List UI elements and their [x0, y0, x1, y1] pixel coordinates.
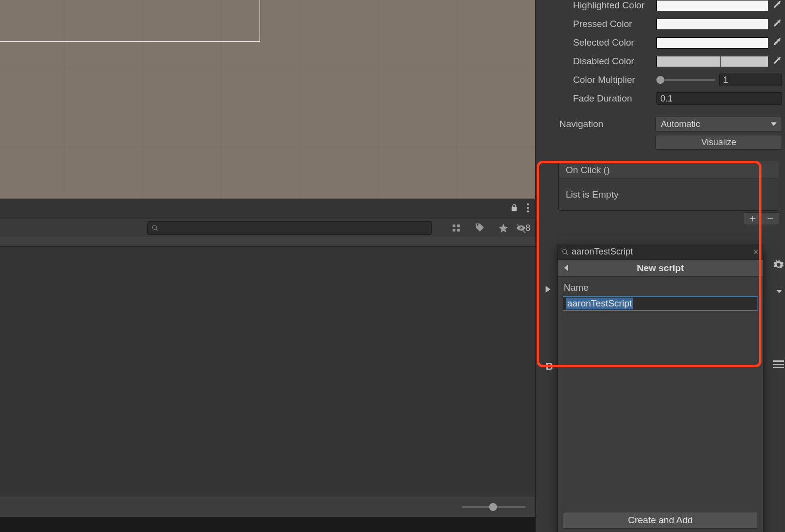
popup-spacer — [558, 316, 763, 512]
inspector-panel: Highlighted Color Pressed Color Selected… — [535, 0, 785, 532]
search-icon — [152, 225, 158, 231]
create-and-add-button[interactable]: Create and Add — [563, 512, 758, 529]
kebab-menu-icon[interactable] — [526, 203, 529, 216]
color-multiplier-slider[interactable] — [656, 79, 715, 81]
project-panel-topbar — [0, 199, 535, 219]
favorite-icon[interactable] — [492, 221, 515, 235]
thumbnail-size-slider[interactable] — [462, 506, 525, 508]
lock-icon[interactable] — [510, 203, 519, 215]
navigation-dropdown[interactable]: Automatic — [655, 117, 782, 131]
statusbar — [0, 517, 535, 532]
gear-icon[interactable] — [773, 259, 784, 270]
color-multiplier-row: Color Multiplier 1 — [536, 71, 785, 89]
back-icon[interactable] — [562, 263, 572, 273]
add-component-popup: aaronTestScript New script Name aaronTes… — [557, 244, 763, 532]
disabled-color-row: Disabled Color — [536, 52, 785, 71]
onclick-header: On Click () — [559, 161, 779, 179]
filter-by-type-icon[interactable] — [445, 221, 468, 235]
color-multiplier-label: Color Multiplier — [573, 75, 656, 85]
project-content[interactable] — [0, 247, 535, 497]
drag-handle-icon[interactable] — [773, 360, 784, 368]
project-bottom-bar — [0, 497, 535, 517]
onclick-empty-label: List is Empty — [559, 179, 779, 210]
eyedropper-icon[interactable] — [772, 37, 782, 49]
project-subheader — [0, 237, 535, 247]
eyedropper-icon[interactable] — [772, 55, 782, 68]
popup-title: New script — [637, 263, 684, 274]
highlighted-color-swatch[interactable] — [656, 0, 768, 11]
scene-selection-rect — [0, 0, 260, 42]
svg-point-0 — [527, 203, 529, 205]
eyedropper-icon[interactable] — [772, 0, 782, 12]
remove-listener-button[interactable] — [761, 212, 779, 225]
pressed-color-row: Pressed Color — [536, 15, 785, 33]
popup-header: New script — [558, 260, 763, 277]
svg-point-1 — [527, 206, 529, 208]
navigation-label: Navigation — [559, 119, 655, 129]
chevron-down-icon — [776, 290, 782, 293]
script-name-input[interactable]: aaronTestScript — [563, 296, 758, 311]
fade-duration-row: Fade Duration 0.1 — [536, 89, 785, 108]
hidden-toggle-icon[interactable]: 8 — [516, 221, 530, 235]
disabled-color-label: Disabled Color — [573, 56, 656, 67]
clear-icon[interactable] — [753, 247, 759, 257]
disabled-color-swatch[interactable] — [656, 56, 768, 67]
selected-color-row: Selected Color — [536, 33, 785, 52]
slider-knob[interactable] — [489, 503, 497, 511]
popup-search-input[interactable]: aaronTestScript — [572, 247, 750, 257]
selected-color-swatch[interactable] — [656, 37, 768, 49]
add-listener-button[interactable] — [744, 212, 761, 225]
popup-search-row: aaronTestScript — [558, 244, 763, 260]
search-icon — [562, 249, 569, 255]
visualize-row: Visualize — [536, 133, 785, 151]
project-filter-bar: 8 — [0, 219, 535, 237]
pressed-color-swatch[interactable] — [656, 19, 768, 30]
svg-point-2 — [527, 210, 529, 212]
bold-label: B — [546, 360, 553, 372]
selected-color-label: Selected Color — [573, 37, 656, 48]
slider-knob[interactable] — [656, 76, 664, 84]
pressed-color-label: Pressed Color — [573, 19, 656, 29]
highlighted-color-row: Highlighted Color — [536, 0, 785, 15]
hidden-count: 8 — [525, 223, 530, 233]
expand-icon[interactable] — [546, 286, 550, 293]
filter-by-label-icon[interactable] — [469, 221, 491, 235]
onclick-event-box: On Click () List is Empty — [558, 161, 779, 211]
visualize-button[interactable]: Visualize — [655, 135, 782, 150]
fade-duration-value[interactable]: 0.1 — [656, 92, 782, 105]
highlighted-color-label: Highlighted Color — [573, 0, 656, 11]
navigation-value: Automatic — [661, 119, 700, 129]
navigation-row: Navigation Automatic — [536, 115, 785, 133]
color-multiplier-value[interactable]: 1 — [719, 74, 782, 86]
script-name-value: aaronTestScript — [566, 298, 633, 309]
eyedropper-icon[interactable] — [772, 18, 782, 30]
project-search-input[interactable] — [147, 221, 432, 235]
fade-duration-label: Fade Duration — [573, 93, 656, 104]
script-name-label: Name — [563, 279, 758, 296]
scene-view[interactable] — [0, 0, 535, 199]
